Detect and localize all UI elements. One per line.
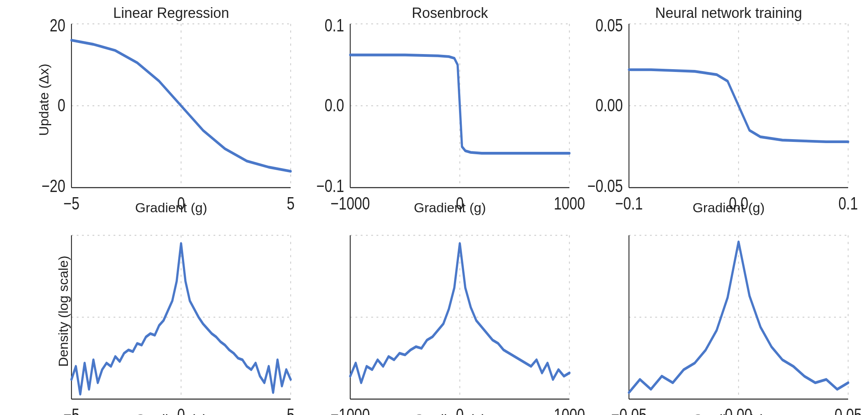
svg-text:1000: 1000 bbox=[554, 405, 585, 415]
svg-text:−0.05: −0.05 bbox=[611, 405, 646, 415]
panel-linear-update: Linear Regression Update (Δx) Gradient (… bbox=[48, 8, 295, 192]
chart-svg: −1000 0 1000 bbox=[350, 235, 569, 399]
svg-text:−0.1: −0.1 bbox=[316, 176, 344, 195]
panel-nn-update: Neural network training Gradient (g) −0.… bbox=[605, 8, 852, 192]
svg-text:0.00: 0.00 bbox=[725, 405, 752, 415]
plot-area: −1000 0 1000 bbox=[350, 235, 569, 399]
svg-text:20: 20 bbox=[50, 16, 65, 35]
svg-text:0.05: 0.05 bbox=[835, 405, 862, 415]
chart-svg: −0.05 0.00 0.05 −0.1 0.0 0.1 bbox=[629, 24, 848, 188]
svg-text:5: 5 bbox=[287, 405, 295, 415]
svg-text:−1000: −1000 bbox=[330, 194, 370, 213]
figure: Linear Regression Update (Δx) Gradient (… bbox=[0, 0, 868, 415]
svg-text:0: 0 bbox=[456, 194, 464, 213]
svg-text:−5: −5 bbox=[64, 194, 79, 213]
panel-rosenbrock-density: Gradient (g) −1000 0 1000 bbox=[326, 219, 573, 403]
x-axis-label: Gradient (g) bbox=[48, 411, 295, 415]
svg-text:−1000: −1000 bbox=[330, 405, 370, 415]
y-axis-label: Update (Δx) bbox=[36, 64, 52, 136]
svg-text:0.0: 0.0 bbox=[324, 95, 344, 114]
svg-text:0.0: 0.0 bbox=[729, 194, 748, 213]
svg-text:1000: 1000 bbox=[554, 194, 585, 213]
svg-text:0.00: 0.00 bbox=[596, 95, 623, 114]
svg-text:−0.1: −0.1 bbox=[615, 194, 643, 213]
x-axis-label: Gradient (g) bbox=[48, 200, 295, 215]
y-axis-label: Density (log scale) bbox=[56, 256, 71, 367]
panel-nn-density: Gradient (g) −0.05 0.00 0.05 bbox=[605, 219, 852, 403]
chart-svg: −20 0 20 −5 0 5 bbox=[71, 24, 291, 188]
svg-text:0.05: 0.05 bbox=[596, 16, 623, 35]
panel-title: Neural network training bbox=[605, 5, 852, 21]
chart-svg: −0.1 0.0 0.1 −1000 0 1000 bbox=[350, 24, 569, 188]
svg-text:0: 0 bbox=[177, 405, 185, 415]
plot-area: −20 0 20 −5 0 5 bbox=[71, 24, 291, 188]
chart-svg: −5 0 5 bbox=[71, 235, 291, 399]
plot-area: −0.05 0.00 0.05 bbox=[629, 235, 848, 399]
svg-text:0: 0 bbox=[456, 405, 464, 415]
panel-title: Rosenbrock bbox=[326, 5, 573, 21]
svg-text:0.1: 0.1 bbox=[838, 194, 858, 213]
svg-text:−5: −5 bbox=[64, 405, 79, 415]
svg-text:−0.05: −0.05 bbox=[587, 176, 623, 195]
panel-linear-density: Density (log scale) Gradient (g) −5 0 5 bbox=[48, 219, 295, 403]
svg-text:0: 0 bbox=[58, 95, 66, 114]
curve bbox=[71, 244, 291, 394]
plot-area: −5 0 5 bbox=[71, 235, 291, 399]
svg-text:0.1: 0.1 bbox=[324, 16, 344, 35]
panel-grid: Linear Regression Update (Δx) Gradient (… bbox=[48, 8, 852, 403]
svg-text:0: 0 bbox=[177, 194, 185, 213]
chart-svg: −0.05 0.00 0.05 bbox=[629, 235, 848, 399]
panel-rosenbrock-update: Rosenbrock Gradient (g) −0.1 0.0 0.1 bbox=[326, 8, 573, 192]
svg-text:−20: −20 bbox=[42, 176, 66, 195]
plot-area: −0.1 0.0 0.1 −1000 0 1000 bbox=[350, 24, 569, 188]
panel-title: Linear Regression bbox=[48, 5, 295, 21]
svg-text:5: 5 bbox=[287, 194, 295, 213]
plot-area: −0.05 0.00 0.05 −0.1 0.0 0.1 bbox=[629, 24, 848, 188]
